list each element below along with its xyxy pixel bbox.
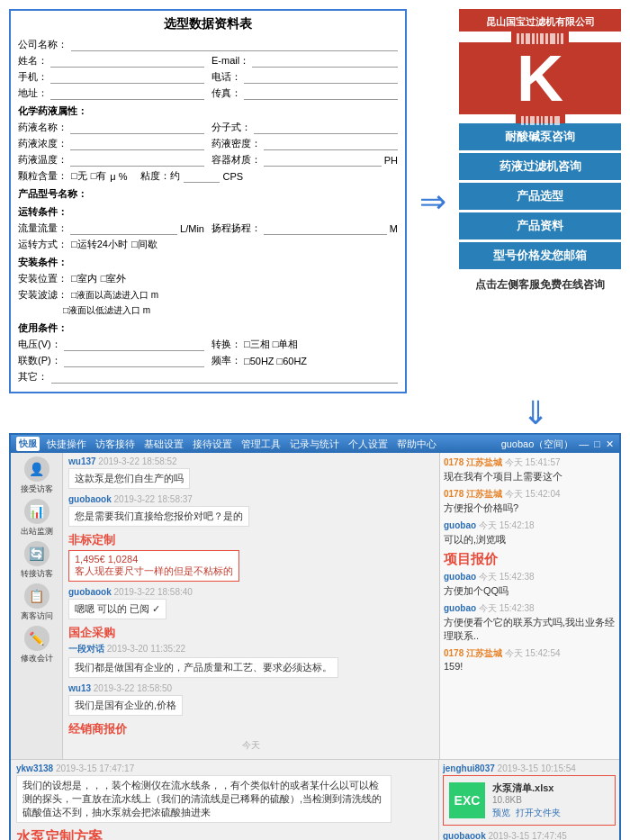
file-preview-btn[interactable]: 预览 [492,807,510,819]
name-field[interactable] [50,55,204,68]
annotation-guoqi: 国企采购 [68,625,115,641]
nav-quickop[interactable]: 快捷操作 [47,438,86,451]
chat-titlebar: 快服 快捷操作 访客接待 基础设置 接待设置 管理工具 记录与统计 个人设置 帮… [11,435,619,453]
brand-k-letter: K [459,42,621,114]
msg-meta-guobaook-2: guobaook 2019-3-22 18:58:40 [68,587,434,597]
fax-field[interactable] [244,87,398,100]
brand-footer-text: 点击左侧客服免费在线咨询 [475,277,605,293]
other-row: 其它： [18,370,398,384]
msg-meta-wu137-1: wu137 2019-3-22 18:58:52 [68,456,434,466]
nav-records[interactable]: 记录与统计 [290,438,339,451]
annotation-project: 项目报价 [444,551,616,568]
right-text-guobao-1: 可以的,浏览哦 [444,533,616,546]
transfer-icon: 🔄 [24,541,50,566]
msg-wu13: wu13 2019-3-22 18:58:50 我们是国有企业的,价格 [68,683,434,716]
email-item: E-mail： [212,54,398,68]
voltage-item: 电压(V)： [18,338,204,351]
chat-bottom-right: jenghui8037 2019-3-15 10:15:54 EXC 水泵清单.… [439,760,619,840]
chat-minimize[interactable]: — [579,438,589,449]
voltage-field[interactable] [64,339,204,351]
particles-label: 颗粒含量： [18,169,68,183]
sidebar-modify[interactable]: ✏️ 修改会计 [17,626,57,664]
concentration-item: 药液浓度： [18,137,204,150]
annotation-jingxiao-block: 经销商报价 [68,721,434,737]
nav-receive[interactable]: 接待设置 [193,438,232,451]
concentration-density-row: 药液浓度： 药液密度： [18,137,398,150]
highlight-text: 客人现在要尺寸一样的但是不粘标的 [75,565,233,578]
material-label: 容器材质： [212,153,261,167]
phone-item: 手机： [18,70,204,84]
molecular-field[interactable] [254,122,398,134]
name-email-row: 姓名： E-mail： [18,54,398,68]
nav-personal[interactable]: 个人设置 [348,438,388,451]
sidebar-outbound[interactable]: 📊 出站监测 [17,499,57,537]
tel-field[interactable] [244,71,398,84]
drugname-field[interactable] [70,122,204,134]
right-sender-0178-1: 0178 江苏盐城 [444,457,502,467]
temp-material-row: 药液温度： 容器材质： PH [18,153,398,167]
file-icon-exc: EXC [449,782,485,818]
nav-visitor[interactable]: 访客接待 [95,438,135,451]
menu-btn-info[interactable]: 产品资料 [459,212,621,239]
power-hz-row: 联数(P)： 频率： □50HZ □60HZ [18,354,398,367]
above-label: □液面以高滤进入口 m [71,289,158,302]
density-field[interactable] [264,138,398,150]
menu-btn-acid[interactable]: 耐酸碱泵咨询 [459,123,621,150]
material-field[interactable] [264,154,382,167]
nav-tools[interactable]: 管理工具 [241,438,281,451]
flow-field[interactable] [70,222,177,235]
right-meta-0178-3: 0178 江苏盐城 今天 15:42:54 [444,647,616,660]
chat-user: guobao（空间） [501,438,574,451]
mid-down-arrow: ⇓ [522,397,549,429]
chat-bottom: ykw3138 2019-3-15 17:47:17 我们的设想是，，，装个检测… [11,759,619,840]
right-msg-guobao-2: guobao 今天 15:42:38 方便加个QQ吗 [444,571,616,598]
right-sender-0178-2: 0178 江苏盐城 [444,489,502,499]
menu-btn-filter[interactable]: 药液过滤机咨询 [459,153,621,180]
transport-label: □运转24小时 [71,238,128,251]
concentration-field[interactable] [70,138,204,150]
head-unit: M [390,223,398,234]
fax-label: 传真： [212,86,241,100]
phone-field[interactable] [50,71,204,84]
address-field[interactable] [50,87,204,100]
viscosity-label: 粘度：约 [140,169,180,183]
flow-item: 流量流量： L/Min [18,221,204,235]
file-open-btn[interactable]: 打开文件夹 [516,807,561,819]
name-item: 姓名： [18,54,204,68]
bottom-right-meta: jenghui8037 2019-3-15 10:15:54 [443,763,616,773]
email-field[interactable] [252,55,398,68]
offline-icon: 📋 [24,583,50,609]
drugname-item: 药液名称： [18,121,204,134]
right-sender-guobao-2: guobao [444,572,476,582]
power-field[interactable] [64,355,204,367]
viscosity-field[interactable] [184,170,220,183]
file-card: EXC 水泵清单.xlsx 10.8KB 预览 打开文件夹 [443,775,616,826]
viscosity-unit: CPS [223,171,244,182]
sidebar-offline[interactable]: 📋 离客访问 [17,583,57,622]
installmode-row: 安装波滤： □液面以高滤进入口 m [18,288,398,302]
hz-label: 频率： [212,354,241,367]
sidebar-receive-visitor[interactable]: 👤 接受访客 [17,456,57,495]
location-label: 安装位置： [18,272,68,285]
chat-close[interactable]: ✕ [606,438,614,450]
voltage-row: 电压(V)： 转换： □三相 □单相 [18,338,398,351]
nav-basic[interactable]: 基础设置 [144,438,184,451]
menu-btn-email[interactable]: 型号价格发您邮箱 [459,242,621,269]
right-text-guobao-3: 方便便看个它的联系方式吗,我出业务经理联系.. [444,616,616,643]
sidebar-transfer[interactable]: 🔄 转接访客 [17,541,57,580]
chat-maximize[interactable]: □ [594,438,600,449]
nav-help[interactable]: 帮助中心 [397,438,436,451]
switch-label: 转换： [212,338,241,351]
triangle-label: □三相 [244,338,270,351]
sender-guobaook-1: guobaook [68,494,112,504]
temp-field[interactable] [70,154,204,167]
address-fax-row: 地址： 传真： [18,86,398,100]
head-field[interactable] [264,222,387,235]
menu-btn-selection[interactable]: 产品选型 [459,183,621,210]
right-time-0178-2: 今天 15:42:04 [505,489,561,499]
install-section-title: 安装条件： [18,256,398,269]
other-field[interactable] [51,371,398,384]
transport-section-title: 运转条件： [18,205,398,219]
company-field[interactable] [71,39,398,51]
chat-main: wu137 2019-3-22 18:58:52 这款泵是您们自生产的吗 guo… [63,453,439,759]
